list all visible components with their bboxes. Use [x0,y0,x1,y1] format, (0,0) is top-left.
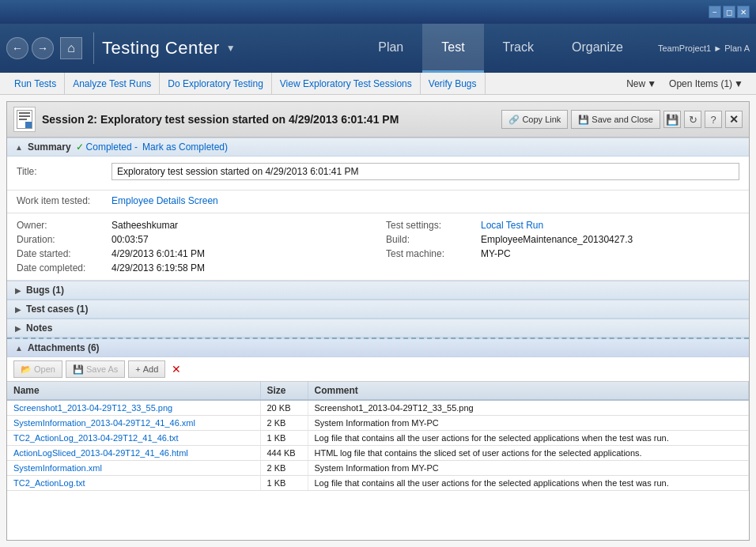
delete-button[interactable]: ✕ [168,361,184,377]
save-as-button[interactable]: 💾 Save As [66,360,125,378]
tab-plan[interactable]: Plan [359,24,422,73]
attachments-table: Name Size Comment Screenshot1_2013-04-29… [7,382,749,491]
refresh-icon-btn[interactable]: ↻ [684,111,701,128]
fields-grid: Owner: Satheeshkumar Test settings: Loca… [7,213,749,281]
col-size: Size [260,382,308,400]
table-row: ActionLogSliced_2013-04-29T12_41_46.html… [7,446,749,461]
tab-test[interactable]: Test [422,24,483,73]
submenu-verify-bugs[interactable]: Verify Bugs [421,73,486,94]
test-settings-link[interactable]: Local Test Run [481,220,543,231]
save-close-button[interactable]: 💾 Save and Close [571,110,660,129]
open-button[interactable]: 📂 Open [13,360,62,378]
back-button[interactable]: ← [6,37,28,59]
work-item-label: Work item tested: [17,195,112,206]
minimize-button[interactable]: − [709,6,721,18]
save-icon-btn[interactable]: 💾 [663,111,681,128]
work-item-panel: Session 2: Exploratory test session star… [6,101,750,541]
tab-track[interactable]: Track [484,24,553,73]
file-comment-cell: Log file that contains all the user acti… [308,476,749,491]
bugs-section-header[interactable]: ▶ Bugs (1) [7,281,749,300]
table-row: SystemInformation_2013-04-29T12_41_46.xm… [7,416,749,431]
test-settings-label: Test settings: [386,220,481,231]
file-comment-cell: Screenshot1_2013-04-29T12_33_55.png [308,400,749,416]
title-bar: − ◻ ✕ [0,0,756,24]
app-dropdown-arrow[interactable]: ▼ [226,43,236,54]
duration-field: Duration: 00:03:57 [17,234,370,245]
help-icon-btn[interactable]: ? [705,111,722,128]
forward-button[interactable]: → [32,37,54,59]
restore-button[interactable]: ◻ [723,6,735,18]
home-button[interactable]: ⌂ [60,37,82,59]
new-dropdown-icon: ▼ [647,78,656,89]
file-name-cell: SystemInformation_2013-04-29T12_41_46.xm… [7,416,260,431]
save-as-icon: 💾 [73,364,84,375]
file-comment-cell: HTML log file that contains the sliced s… [308,446,749,461]
file-name-link[interactable]: SystemInformation.xml [13,463,102,473]
file-name-cell: TC2_ActionLog_2013-04-29T12_41_46.txt [7,431,260,446]
add-attachment-button[interactable]: + Add [128,360,165,378]
date-started-label: Date started: [17,248,112,259]
panel-header-actions: 🔗 Copy Link 💾 Save and Close 💾 ↻ ? ✕ [501,110,743,129]
attachments-toolbar: 📂 Open 💾 Save As + Add ✕ [7,357,749,382]
open-items-button[interactable]: Open Items (1) ▼ [663,73,750,94]
file-name-link[interactable]: SystemInformation_2013-04-29T12_41_46.xm… [13,418,195,428]
add-icon: + [135,364,140,374]
file-size-cell: 20 KB [260,400,308,416]
summary-title: Summary [28,141,71,153]
file-size-cell: 1 KB [260,476,308,491]
submenu-analyze[interactable]: Analyze Test Runs [65,73,160,94]
sub-menu-bar: Run Tests Analyze Test Runs Do Explorato… [0,73,756,95]
owner-value: Satheeshkumar [112,220,178,231]
file-name-link[interactable]: TC2_ActionLog_2013-04-29T12_41_46.txt [13,433,179,443]
duration-value: 00:03:57 [112,234,149,245]
attachments-section-header[interactable]: ▲ Attachments (6) [7,338,749,357]
file-size-cell: 444 KB [260,446,308,461]
close-panel-button[interactable]: ✕ [725,111,743,128]
open-icon: 📂 [21,364,32,375]
test-cases-title: Test cases (1) [26,304,89,315]
nav-divider [93,32,94,64]
file-size-cell: 1 KB [260,431,308,446]
owner-field: Owner: Satheeshkumar [17,220,370,231]
copy-link-button[interactable]: 🔗 Copy Link [501,110,568,129]
build-value: EmployeeMaintenance_20130427.3 [481,234,633,245]
test-settings-field: Test settings: Local Test Run [386,220,739,231]
duration-label: Duration: [17,234,112,245]
table-row: Screenshot1_2013-04-29T12_33_55.png 20 K… [7,400,749,416]
table-row: SystemInformation.xml 2 KB System Inform… [7,461,749,476]
notes-title: Notes [26,323,52,334]
notes-section-header[interactable]: ▶ Notes [7,319,749,338]
build-label: Build: [386,234,481,245]
title-field-row: Title: [17,163,739,180]
file-name-link[interactable]: TC2_ActionLog.txt [13,478,85,488]
mark-as-completed-link[interactable]: Mark as Completed) [142,141,228,153]
title-input[interactable] [112,163,739,180]
summary-section-header[interactable]: ▲ Summary ✓ Completed - Mark as Complete… [7,138,749,157]
test-cases-section-header[interactable]: ▶ Test cases (1) [7,300,749,319]
submenu-view-sessions[interactable]: View Exploratory Test Sessions [272,73,421,94]
close-button[interactable]: ✕ [737,6,750,18]
panel-title: Session 2: Exploratory test session star… [42,113,495,126]
panel-header: Session 2: Exploratory test session star… [7,102,749,138]
tab-organize[interactable]: Organize [553,24,642,73]
file-size-cell: 2 KB [260,461,308,476]
file-comment-cell: System Information from MY-PC [308,461,749,476]
submenu-exploratory[interactable]: Do Exploratory Testing [160,73,272,94]
file-name-cell: Screenshot1_2013-04-29T12_33_55.png [7,400,260,416]
file-name-link[interactable]: ActionLogSliced_2013-04-29T12_41_46.html [13,448,188,458]
file-name-cell: SystemInformation.xml [7,461,260,476]
bugs-arrow: ▶ [15,286,21,295]
col-comment: Comment [308,382,749,400]
panel-body: ▲ Summary ✓ Completed - Mark as Complete… [7,138,749,540]
test-machine-label: Test machine: [386,248,481,259]
test-machine-value: MY-PC [481,248,511,259]
test-machine-field: Test machine: MY-PC [386,248,739,259]
date-completed-label: Date completed: [17,262,112,274]
work-item-link[interactable]: Employee Details Screen [112,195,218,206]
file-name-link[interactable]: Screenshot1_2013-04-29T12_33_55.png [13,403,172,413]
table-row: TC2_ActionLog_2013-04-29T12_41_46.txt 1 … [7,431,749,446]
title-label: Title: [17,166,112,177]
submenu-run-tests[interactable]: Run Tests [6,73,65,94]
open-items-dropdown-icon: ▼ [734,78,743,89]
new-button[interactable]: New ▼ [620,73,663,94]
